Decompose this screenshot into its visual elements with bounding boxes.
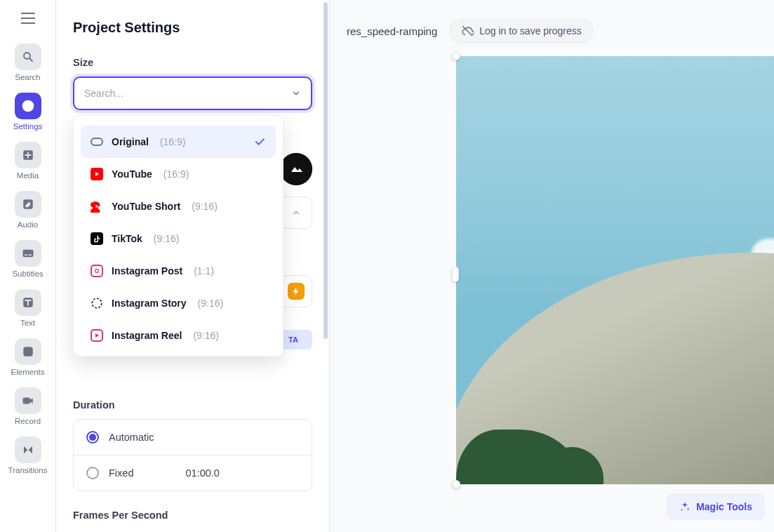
- resize-handle-mid-left[interactable]: [452, 267, 459, 282]
- instagram-reel-icon: [91, 329, 103, 342]
- sidebar-nav: Search Settings Media Audio Subtitles Te…: [0, 0, 56, 532]
- size-option-tiktok[interactable]: TikTok (9:16): [81, 222, 276, 255]
- record-icon: [15, 387, 41, 414]
- project-name[interactable]: res_speed-ramping: [347, 25, 437, 37]
- sidebar-item-label: Settings: [13, 122, 43, 131]
- tiktok-icon: [91, 232, 103, 245]
- radio-icon: [86, 431, 99, 444]
- transitions-icon: [15, 437, 41, 463]
- preview-area: res_speed-ramping Log in to save progres…: [330, 0, 774, 532]
- sidebar-item-text[interactable]: Text: [7, 285, 49, 330]
- chevron-down-icon: [291, 88, 301, 98]
- bolt-icon: [288, 283, 305, 300]
- media-icon: [15, 142, 41, 168]
- hamburger-menu[interactable]: [15, 6, 41, 31]
- sidebar-item-elements[interactable]: Elements: [7, 334, 49, 379]
- size-search-input[interactable]: Search...: [73, 77, 312, 110]
- sidebar-item-label: Record: [15, 417, 41, 425]
- svg-rect-5: [22, 250, 33, 258]
- svg-point-2: [25, 104, 30, 109]
- duration-fixed[interactable]: Fixed 01:00.0: [74, 455, 312, 491]
- elements-icon: [15, 338, 41, 365]
- youtube-icon: [91, 168, 103, 180]
- magic-tools-button[interactable]: Magic Tools: [667, 494, 764, 519]
- subtitles-icon: [15, 240, 41, 267]
- settings-icon: [15, 93, 41, 119]
- sidebar-item-record[interactable]: Record: [7, 383, 49, 428]
- cloud-off-icon: [461, 25, 474, 37]
- svg-point-12: [95, 270, 99, 273]
- settings-panel: Project Settings Size Search... Original…: [56, 0, 330, 532]
- size-option-youtube-short[interactable]: YouTube Short (9:16): [81, 190, 276, 222]
- youtube-shorts-icon: [91, 200, 103, 213]
- size-option-instagram-story[interactable]: Instagram Story (9:16): [81, 287, 276, 319]
- duration-fixed-value: 01:00.0: [185, 467, 219, 479]
- text-icon: [15, 289, 41, 316]
- instagram-icon: [91, 265, 103, 277]
- sparkle-icon: [679, 501, 690, 512]
- sidebar-item-label: Subtitles: [12, 270, 43, 278]
- resize-handle-top-left[interactable]: [452, 52, 460, 60]
- svg-rect-9: [23, 347, 33, 357]
- duration-automatic[interactable]: Automatic: [74, 420, 312, 455]
- size-option-instagram-reel[interactable]: Instagram Reel (9:16): [81, 319, 276, 352]
- sidebar-item-media[interactable]: Media: [7, 138, 49, 182]
- check-icon: [253, 135, 266, 148]
- sidebar-item-label: Text: [20, 319, 35, 327]
- login-prompt-chip[interactable]: Log in to save progress: [450, 19, 593, 43]
- svg-point-13: [92, 298, 102, 308]
- resize-handle-bottom-left[interactable]: [452, 480, 460, 488]
- duration-radio-group: Automatic Fixed 01:00.0: [73, 419, 312, 491]
- sidebar-item-settings[interactable]: Settings: [7, 88, 49, 133]
- search-icon: [15, 44, 41, 70]
- sidebar-item-label: Search: [15, 73, 40, 81]
- aspect-icon: [91, 135, 103, 148]
- sidebar-item-search[interactable]: Search: [7, 39, 49, 84]
- scrollbar-thumb[interactable]: [323, 2, 328, 339]
- hidden-card-icon: [280, 153, 312, 185]
- sidebar-item-label: Elements: [11, 368, 45, 376]
- fps-label: Frames Per Second: [73, 510, 312, 521]
- sidebar-item-label: Audio: [18, 220, 38, 229]
- radio-icon: [86, 467, 99, 479]
- sidebar-item-audio[interactable]: Audio: [7, 187, 49, 232]
- panel-scrollbar[interactable]: [322, 0, 329, 532]
- size-label: Size: [73, 57, 312, 68]
- svg-rect-7: [28, 255, 32, 256]
- duration-label: Duration: [73, 399, 312, 411]
- sidebar-item-subtitles[interactable]: Subtitles: [7, 236, 49, 281]
- hidden-card-chevron[interactable]: [280, 197, 312, 229]
- audio-icon: [15, 191, 41, 218]
- hidden-card-bolt: [280, 275, 312, 307]
- sidebar-item-transitions[interactable]: Transitions: [7, 432, 49, 477]
- svg-rect-11: [91, 138, 102, 145]
- svg-rect-10: [22, 398, 30, 404]
- video-canvas[interactable]: [456, 56, 774, 484]
- panel-title: Project Settings: [73, 20, 312, 36]
- size-search-placeholder: Search...: [84, 88, 124, 99]
- size-option-original[interactable]: Original (16:9): [81, 126, 276, 158]
- sidebar-item-label: Media: [17, 171, 39, 180]
- instagram-story-icon: [91, 297, 103, 310]
- sidebar-item-label: Transitions: [8, 466, 48, 474]
- size-dropdown: Original (16:9) YouTube (16:9) YouTube S…: [73, 115, 283, 357]
- size-option-instagram-post[interactable]: Instagram Post (1:1): [81, 255, 276, 287]
- svg-rect-6: [24, 255, 27, 256]
- size-option-youtube[interactable]: YouTube (16:9): [81, 158, 276, 190]
